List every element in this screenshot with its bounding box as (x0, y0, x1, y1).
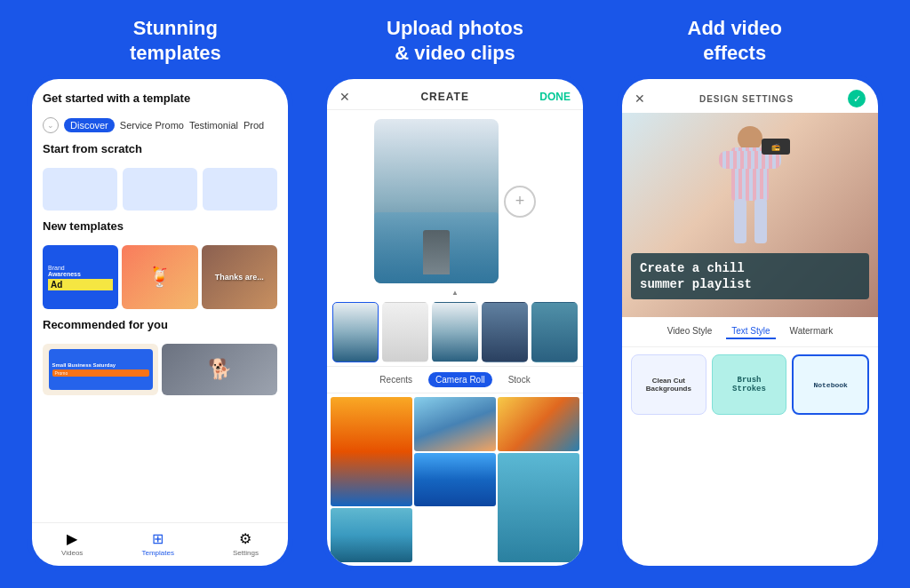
phone-1: Get started with a template Discover Ser… (27, 74, 293, 571)
p1-rec-sbs-title: Small Business Saturday (52, 362, 149, 368)
p3-style-tab-watermark[interactable]: Watermark (785, 324, 839, 339)
p1-scratch-box-3[interactable] (203, 168, 277, 211)
p2-create-label: CREATE (420, 91, 468, 103)
p1-food-text: Thanks are... (215, 273, 264, 282)
p2-gallery (327, 393, 583, 566)
p1-section4-title: Recommended for you (43, 318, 277, 331)
p2-gallery-item-2[interactable] (414, 397, 496, 451)
p2-tab-cameraroll[interactable]: Camera Roll (428, 372, 492, 387)
phones-row: Get started with a template Discover Ser… (0, 74, 910, 588)
p2-strip-item-1[interactable] (332, 302, 379, 362)
header-title-3: Add video effects (595, 16, 874, 65)
p2-surfer (423, 230, 450, 274)
phone-2: ✕ CREATE DONE + Recents (322, 74, 588, 571)
p2-strip-item-5[interactable] (531, 302, 578, 362)
p3-style-cards: Clean Cut Backgrounds Brush Strokes Note… (622, 347, 878, 566)
p3-style-tabs: Video Style Text Style Watermark (622, 317, 878, 347)
p1-nav-settings-icon: ⚙ (239, 530, 251, 547)
p3-check-button[interactable]: ✓ (848, 90, 866, 107)
p1-section3-title: New templates (43, 219, 277, 233)
phone1-content: Get started with a template Discover Ser… (32, 79, 288, 522)
header-title-2: Upload photos & video clips (315, 16, 595, 65)
p1-tab-prod[interactable]: Prod (243, 120, 264, 131)
p1-tab-discover[interactable]: Discover (64, 118, 115, 132)
p1-brand-row2: Awareness (48, 271, 113, 277)
p2-tab-stock[interactable]: Stock (501, 372, 538, 387)
p1-section1-title: Get started with a template (43, 91, 277, 105)
p2-gallery-item-4[interactable] (414, 453, 496, 507)
p3-style-tab-video[interactable]: Video Style (662, 324, 717, 339)
p2-gallery-item-6[interactable] (331, 508, 412, 562)
p1-brand-row1: Brand (48, 265, 113, 271)
p2-main-photo (374, 119, 499, 283)
p3-design-label: DESIGN SETTINGS (699, 94, 794, 104)
p1-nav-settings[interactable]: ⚙ Settings (233, 530, 259, 557)
p1-cocktail-emoji: 🍹 (122, 245, 197, 309)
p2-done-button[interactable]: DONE (539, 91, 571, 103)
p1-nav-videos-icon: ▶ (67, 530, 77, 547)
p3-card-notebook[interactable]: Notebook (792, 354, 869, 415)
p2-strip-item-4[interactable] (482, 302, 528, 362)
p1-tab-service[interactable]: Service Promo (120, 120, 184, 131)
p1-rec-sbs[interactable]: Small Business Saturday Promo (43, 344, 158, 395)
p1-scratch-box-1[interactable] (43, 168, 117, 211)
p2-tab-recents[interactable]: Recents (372, 372, 419, 387)
header-row: Stunning templates Upload photos & video… (0, 0, 910, 74)
p2-close-button[interactable]: ✕ (339, 90, 350, 104)
p3-leg-left (734, 199, 746, 243)
p1-rec-sbs-inner: Small Business Saturday Promo (49, 349, 153, 390)
p2-topbar: ✕ CREATE DONE (327, 79, 583, 110)
p3-close-button[interactable]: ✕ (635, 91, 645, 106)
p2-preview-area: + (327, 110, 583, 289)
phone-3-screen: ✕ DESIGN SETTINGS ✓ 📻 (622, 79, 878, 566)
p1-nav-videos-label: Videos (61, 549, 83, 557)
p1-tmpl-brand[interactable]: Brand Awareness Ad (43, 245, 118, 309)
p1-rec-sbs-badge: Promo (52, 369, 149, 377)
p1-section2-title: Start from scratch (43, 142, 277, 155)
p3-card-brush[interactable]: Brush Strokes (712, 354, 787, 415)
p1-templates-grid: Brand Awareness Ad 🍹 Thanks are... (43, 245, 277, 309)
p1-tabs: Discover Service Promo Testimonial Prod (43, 117, 277, 133)
p3-topbar: ✕ DESIGN SETTINGS ✓ (622, 79, 878, 113)
p1-nav-settings-label: Settings (233, 549, 259, 557)
p3-card-clean[interactable]: Clean Cut Backgrounds (631, 354, 706, 415)
p1-tmpl-food[interactable]: Thanks are... (202, 245, 277, 309)
p2-gallery-item-1[interactable] (331, 397, 412, 506)
p3-hero: 📻 Create a chill summer playlist (622, 113, 878, 317)
p2-strip-arrow (327, 289, 583, 297)
p3-overlay-text: Create a chill summer playlist (631, 253, 869, 299)
p1-brand-ad: Ad (48, 279, 113, 290)
p3-leg-right (754, 199, 767, 243)
p1-tab-testimonial[interactable]: Testimonial (189, 120, 238, 131)
p1-scratch-box-2[interactable] (123, 168, 197, 211)
p1-nav-templates-icon: ⊞ (152, 530, 164, 547)
p2-gallery-item-5[interactable] (498, 453, 579, 562)
p2-tabs-row: Recents Camera Roll Stock (327, 366, 583, 393)
p2-strip (327, 298, 583, 366)
header-title-1: Stunning templates (36, 16, 315, 65)
p1-rec-grid: Small Business Saturday Promo (43, 344, 277, 395)
p1-nav-templates[interactable]: ⊞ Templates (141, 530, 173, 557)
p1-scratch-row (43, 168, 277, 211)
p2-strip-item-2[interactable] (382, 302, 428, 362)
p2-add-button[interactable]: + (504, 186, 536, 218)
p1-tab-dropdown[interactable] (43, 117, 59, 133)
phone-3: ✕ DESIGN SETTINGS ✓ 📻 (617, 74, 883, 571)
phone-2-screen: ✕ CREATE DONE + Recents (327, 79, 583, 566)
p1-nav-templates-label: Templates (141, 549, 173, 557)
p2-strip-item-3[interactable] (432, 302, 478, 362)
p2-gallery-item-3[interactable] (498, 397, 579, 451)
p1-tmpl-cocktail[interactable]: 🍹 (122, 245, 197, 309)
p3-boombox: 📻 (762, 139, 790, 155)
p1-rec-dog[interactable] (162, 344, 277, 395)
p3-style-tab-text[interactable]: Text Style (726, 324, 775, 339)
p1-nav-videos[interactable]: ▶ Videos (61, 530, 83, 557)
phone-1-screen: Get started with a template Discover Ser… (32, 79, 288, 566)
p1-bottom-nav: ▶ Videos ⊞ Templates ⚙ Settings (32, 522, 288, 566)
